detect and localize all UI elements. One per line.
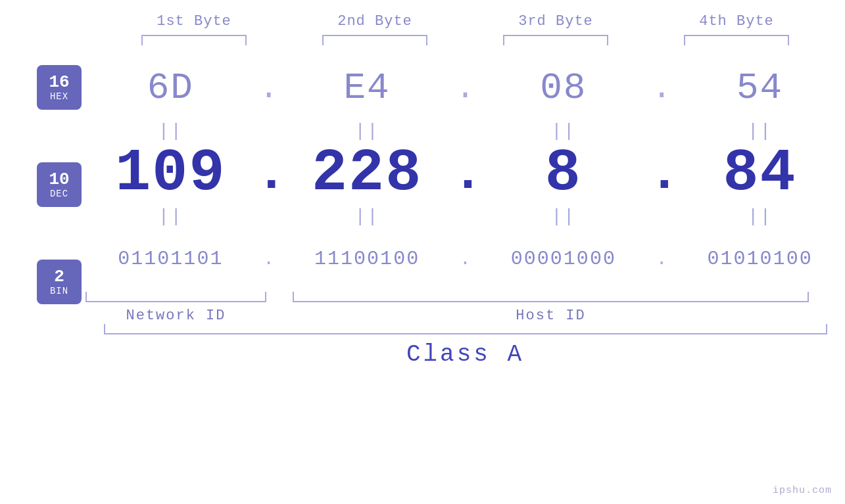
dec-byte1-value: 109 <box>115 140 226 207</box>
top-bracket-2 <box>285 35 466 45</box>
eq1-cell3: || <box>479 121 649 141</box>
dec-badge-label: DEC <box>50 189 68 199</box>
bin-byte2-cell: 11100100 <box>282 248 452 270</box>
eq2-cell3: || <box>479 206 649 227</box>
dec-byte2-cell: 228 <box>282 140 452 207</box>
hex-byte1-cell: 6D <box>85 67 256 109</box>
dec-byte4-cell: 84 <box>675 140 845 207</box>
bottom-brackets <box>85 292 809 302</box>
bin-byte1-value: 01101101 <box>118 248 223 270</box>
dec-badge: 10 DEC <box>37 162 82 207</box>
class-label: Class A <box>104 341 827 368</box>
badges-column: 16 HEX 10 DEC 2 BIN <box>0 52 85 304</box>
top-bracket-1 <box>104 35 285 45</box>
hex-sep1: . <box>256 70 282 107</box>
bin-sep1: . <box>256 249 282 269</box>
eq1-sign1: || <box>158 121 183 141</box>
eq2-cell2: || <box>282 206 452 227</box>
eq2-sign3: || <box>551 206 576 227</box>
eq1-cell2: || <box>282 121 452 141</box>
byte4-header: 4th Byte <box>646 13 827 30</box>
top-brackets <box>104 35 827 45</box>
bin-byte4-value: 01010100 <box>708 248 813 270</box>
dec-sep2: . <box>452 144 479 204</box>
network-bracket <box>85 292 266 302</box>
eq2-cell4: || <box>675 206 845 227</box>
top-bracket-3 <box>466 35 646 45</box>
bin-sep2: . <box>452 249 479 269</box>
eq2-sign4: || <box>748 206 773 227</box>
dec-byte4-value: 84 <box>723 140 797 207</box>
hex-badge-label: HEX <box>50 92 68 102</box>
host-bracket <box>293 292 809 302</box>
dec-byte3-cell: 8 <box>479 140 649 207</box>
eq2-sign2: || <box>354 206 379 227</box>
eq1-sign4: || <box>748 121 773 141</box>
top-bracket-4 <box>646 35 827 45</box>
byte1-header: 1st Byte <box>104 13 285 30</box>
bin-badge-number: 2 <box>54 267 64 286</box>
dec-badge-number: 10 <box>49 170 69 189</box>
eq1-cell1: || <box>85 121 256 141</box>
eq1-sign3: || <box>551 121 576 141</box>
hex-byte3-value: 08 <box>540 67 587 109</box>
bin-byte3-cell: 00001000 <box>479 248 649 270</box>
hex-byte4-value: 54 <box>736 67 783 109</box>
bin-badge: 2 BIN <box>37 260 82 304</box>
byte-headers: 1st Byte 2nd Byte 3rd Byte 4th Byte <box>104 13 827 30</box>
dec-row: 109 . 228 . 8 . 84 <box>85 144 845 203</box>
main-container: 1st Byte 2nd Byte 3rd Byte 4th Byte 16 H… <box>0 0 845 504</box>
hex-badge: 16 HEX <box>37 65 82 110</box>
bin-badge-label: BIN <box>50 286 68 296</box>
watermark: ipshu.com <box>773 485 832 496</box>
class-bracket <box>104 324 827 334</box>
main-content: 16 HEX 10 DEC 2 BIN 6D . <box>0 52 845 324</box>
hex-sep3: . <box>648 70 675 107</box>
dec-sep1: . <box>256 144 282 204</box>
id-labels-row: Network ID Host ID <box>85 308 809 324</box>
byte2-header: 2nd Byte <box>285 13 466 30</box>
hex-sep2: . <box>452 70 479 107</box>
hex-row: 6D . E4 . 08 . 54 <box>85 58 845 118</box>
hex-byte2-cell: E4 <box>282 67 452 109</box>
hex-byte1-value: 6D <box>147 67 194 109</box>
class-section: Class A <box>104 324 827 368</box>
eq1-cell4: || <box>675 121 845 141</box>
dec-byte2-value: 228 <box>312 140 422 207</box>
network-id-label: Network ID <box>85 308 266 324</box>
eq2-sign1: || <box>158 206 183 227</box>
bin-byte2-value: 11100100 <box>314 248 420 270</box>
byte3-header: 3rd Byte <box>466 13 646 30</box>
dec-sep3: . <box>648 144 675 204</box>
bin-byte1-cell: 01101101 <box>85 248 256 270</box>
hex-byte3-cell: 08 <box>479 67 649 109</box>
bracket-gap <box>266 292 293 302</box>
eq2-cell1: || <box>85 206 256 227</box>
bin-byte4-cell: 01010100 <box>675 248 845 270</box>
bin-sep3: . <box>648 249 675 269</box>
data-columns: 6D . E4 . 08 . 54 <box>85 52 845 324</box>
dec-byte1-cell: 109 <box>85 140 256 207</box>
hex-byte4-cell: 54 <box>675 67 845 109</box>
bin-byte3-value: 00001000 <box>511 248 616 270</box>
eq1-sign2: || <box>354 121 379 141</box>
equals-row-2: || || || || <box>85 203 845 229</box>
hex-byte2-value: E4 <box>344 67 391 109</box>
hex-badge-number: 16 <box>49 73 69 92</box>
dec-byte3-value: 8 <box>545 140 582 207</box>
host-id-label: Host ID <box>293 308 809 324</box>
bin-row: 01101101 . 11100100 . 00001000 . <box>85 229 845 288</box>
